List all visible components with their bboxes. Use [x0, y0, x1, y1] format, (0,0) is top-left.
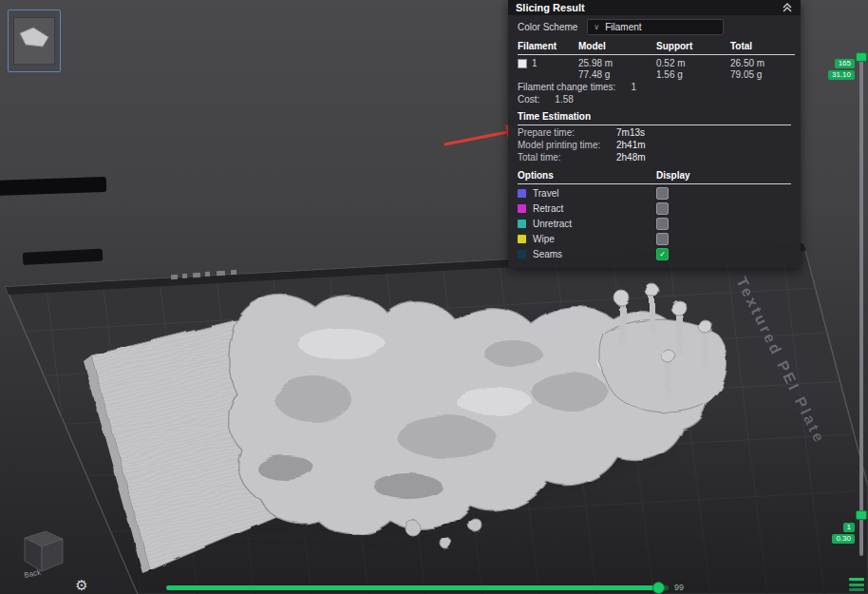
support-length: 0.52 m	[656, 58, 730, 69]
cost-row: Cost: 1.58	[508, 92, 801, 105]
layer-range-slider[interactable]	[859, 52, 863, 556]
model-length: 25.98 m	[578, 58, 656, 69]
slider-fill	[166, 585, 658, 590]
option-row-retract: Retract	[508, 200, 801, 215]
option-row-travel: Travel	[508, 184, 801, 200]
bottom-layer-height-badge: 0.30	[832, 534, 855, 544]
seams-label: Seams	[533, 249, 656, 259]
layer-slider-bottom-handle[interactable]	[856, 510, 867, 520]
orientation-back-label: Back	[24, 567, 43, 580]
filament-cell: 1	[518, 55, 578, 80]
seams-display-checkbox[interactable]: ✓	[656, 248, 669, 260]
option-row-seams: Seams ✓	[508, 245, 801, 260]
layer-slider-top-handle[interactable]	[856, 52, 867, 62]
time-estimation-title: Time Estimation	[518, 111, 791, 125]
travel-display-checkbox[interactable]	[656, 187, 669, 200]
option-row-unretract: Unretract	[508, 215, 801, 230]
print-step-slider[interactable]: 99	[166, 581, 684, 594]
support-weight: 1.56 g	[656, 69, 730, 81]
total-cell: 26.50 m 79.05 g	[730, 55, 795, 80]
total-time-value: 2h48m	[616, 152, 646, 163]
option-row-wipe: Wipe	[508, 230, 801, 245]
filament-color-swatch	[518, 59, 527, 68]
top-layer-number-badge: 165	[835, 59, 855, 68]
col-header-total: Total	[730, 39, 795, 55]
filament-change-value: 1	[631, 82, 636, 92]
travel-color-swatch	[518, 189, 526, 198]
total-time-row: Total time: 2h48m	[508, 150, 801, 163]
options-header-row: Options Display	[518, 170, 791, 184]
prepare-time-row: Prepare time: 7m13s	[508, 125, 801, 138]
total-weight: 79.05 g	[730, 69, 795, 81]
plate-thumbnail[interactable]	[8, 10, 61, 72]
travel-label: Travel	[533, 188, 656, 199]
filament-id: 1	[532, 58, 538, 69]
retract-display-checkbox[interactable]	[656, 202, 669, 215]
unretract-label: Unretract	[533, 219, 656, 229]
color-scheme-value: Filament	[605, 22, 641, 32]
color-scheme-label: Color Scheme	[518, 22, 577, 32]
retract-label: Retract	[533, 203, 656, 214]
model-cell: 25.98 m 77.48 g	[578, 55, 656, 80]
retract-color-swatch	[518, 204, 526, 213]
orientation-cube[interactable]: Back	[24, 531, 63, 580]
slicing-result-panel: Slicing Result Color Scheme ∨ Filament F…	[508, 0, 801, 268]
model-printing-time-value: 2h41m	[616, 140, 646, 150]
wipe-display-checkbox[interactable]	[656, 233, 669, 245]
layer-bottom-badges: 1 0.30	[832, 523, 855, 544]
cost-label: Cost:	[518, 94, 539, 105]
col-header-filament: Filament	[518, 39, 578, 55]
col-header-model: Model	[578, 39, 656, 55]
unretract-display-checkbox[interactable]	[656, 218, 669, 230]
slider-track[interactable]	[166, 585, 669, 590]
display-header: Display	[656, 170, 690, 181]
total-length: 26.50 m	[730, 58, 795, 69]
support-cell: 0.52 m 1.56 g	[656, 55, 730, 80]
top-layer-height-badge: 31.10	[828, 70, 855, 80]
plate-thumbnail-preview	[13, 17, 55, 65]
collapse-panel-icon[interactable]	[782, 2, 793, 13]
wipe-label: Wipe	[533, 234, 656, 244]
plate-side-rails	[0, 177, 106, 265]
layers-icon[interactable]	[849, 578, 864, 591]
filament-change-label: Filament change times:	[518, 82, 615, 92]
col-header-support: Support	[656, 39, 730, 55]
prepare-time-label: Prepare time:	[518, 127, 616, 138]
model-weight: 77.48 g	[578, 69, 656, 81]
cost-value: 1.58	[555, 94, 573, 105]
total-time-label: Total time:	[518, 152, 616, 163]
slider-knob[interactable]	[652, 582, 665, 594]
color-scheme-row: Color Scheme ∨ Filament	[508, 15, 801, 37]
chevron-down-icon: ∨	[594, 24, 599, 31]
panel-header: Slicing Result	[508, 0, 801, 15]
model-printing-time-row: Model printing time: 2h41m	[508, 138, 801, 150]
seams-color-swatch	[518, 250, 526, 259]
gear-icon[interactable]: ⚙	[72, 576, 91, 594]
prepare-time-value: 7m13s	[616, 127, 645, 138]
options-header: Options	[518, 170, 656, 181]
slider-value: 99	[674, 583, 684, 592]
filament-table: Filament Model Support Total 1 25.98 m 7…	[508, 37, 801, 80]
panel-title: Slicing Result	[516, 2, 585, 13]
bottom-layer-number-badge: 1	[843, 523, 855, 532]
check-icon: ✓	[659, 250, 666, 259]
unretract-color-swatch	[518, 220, 526, 228]
model-printing-time-label: Model printing time:	[518, 140, 616, 150]
filament-change-row: Filament change times: 1	[508, 80, 801, 92]
layer-top-badges: 165 31.10	[828, 59, 855, 80]
color-scheme-dropdown[interactable]: ∨ Filament	[587, 19, 724, 35]
wipe-color-swatch	[518, 235, 526, 243]
